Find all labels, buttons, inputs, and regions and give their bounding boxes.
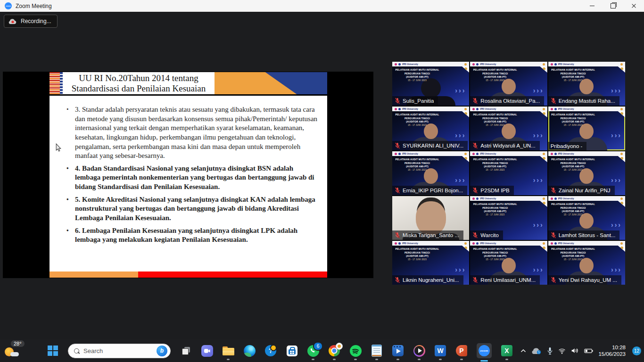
close-button[interactable] <box>623 0 644 12</box>
banner-line4: 15 - 17 JUNI 2023 <box>550 79 596 82</box>
bing-icon: b <box>156 345 168 357</box>
logo-dot-icon <box>620 153 623 155</box>
tile-banner-ribbon <box>609 111 625 117</box>
participant-nameplate: Reni Umilasari_UNM... <box>470 275 540 285</box>
participant-tile[interactable]: IPB University PELATIHAN AUDIT MUTU INTE… <box>470 151 547 195</box>
participant-tile[interactable]: IPB University PELATIHAN AUDIT MUTU INTE… <box>470 107 547 150</box>
tile-banner-ribbon <box>609 246 625 252</box>
banner-line2: PERGURUAN TINGGI <box>550 206 596 210</box>
banner-line1: PELATIHAN AUDIT MUTU INTERNAL <box>472 68 518 72</box>
excel-button[interactable]: X <box>501 345 513 357</box>
whatsapp-button[interactable]: 6 <box>307 345 319 357</box>
taskbar-center-icons: Search b ? 6 W P zoom X <box>47 339 513 362</box>
banner-line1: PELATIHAN AUDIT MUTU INTERNAL <box>394 68 440 72</box>
chrome-icon <box>329 345 340 356</box>
logo-dot-icon <box>551 197 553 200</box>
muted-mic-icon <box>472 187 478 194</box>
volume-button[interactable] <box>571 347 579 354</box>
notification-count-badge[interactable]: 12 <box>632 346 641 355</box>
logo-dot-icon <box>551 108 553 110</box>
participant-nameplate: Liknin Nugraheni_Uni... <box>392 275 463 285</box>
onedrive-button[interactable] <box>531 347 542 354</box>
participant-tile[interactable]: IPB University PELATIHAN AUDIT MUTU INTE… <box>392 241 469 285</box>
participant-tile[interactable]: IPB University PELATIHAN AUDIT MUTU INTE… <box>392 151 469 195</box>
participant-tile[interactable]: IPB University PELATIHAN AUDIT MUTU INTE… <box>470 196 547 240</box>
start-button[interactable] <box>47 345 59 357</box>
logo-dot-icon <box>476 197 479 200</box>
whatsapp-badge: 6 <box>313 342 323 351</box>
file-explorer-button[interactable] <box>222 345 234 357</box>
banner-line3: (AUDITOR AMI-PT) <box>472 210 518 214</box>
restore-button[interactable] <box>603 0 623 12</box>
media-player-button[interactable] <box>413 345 425 357</box>
movies-tv-button[interactable] <box>392 345 404 357</box>
zoom-taskbar-button[interactable]: zoom <box>477 343 492 358</box>
tile-banner-text: PELATIHAN AUDIT MUTU INTERNAL PERGURUAN … <box>550 113 596 127</box>
banner-line4: 15 - 17 JUNI 2023 <box>394 79 440 82</box>
participant-nameplate: Sulis_Panitia <box>392 96 438 106</box>
spotify-button[interactable] <box>349 345 362 357</box>
muted-mic-icon <box>472 232 478 239</box>
powerpoint-button[interactable]: P <box>455 345 468 357</box>
edge-button[interactable] <box>243 345 256 357</box>
participant-nameplate: Zainal Nur Arifin_PNJ <box>548 186 615 195</box>
participant-tile[interactable]: IPB University PELATIHAN AUDIT MUTU INTE… <box>548 196 625 240</box>
participant-tile[interactable]: IPB University PELATIHAN AUDIT MUTU INTE… <box>548 107 625 150</box>
recording-indicator[interactable]: Recording... <box>4 15 58 28</box>
tray-overflow-button[interactable] <box>520 349 526 353</box>
teams-chat-button[interactable] <box>201 345 213 357</box>
banner-line1: PELATIHAN AUDIT MUTU INTERNAL <box>550 247 596 251</box>
wifi-button[interactable] <box>558 347 566 354</box>
logo-dot-icon <box>398 242 401 245</box>
weather-widget[interactable]: 28° <box>3 340 31 361</box>
tile-banner-header: IPB University <box>470 151 547 156</box>
participant-tile[interactable]: IPB University PELATIHAN AUDIT MUTU INTE… <box>470 62 547 106</box>
banner-line3: (AUDITOR AMI-PT) <box>394 75 440 79</box>
participant-tile[interactable]: IPB University PELATIHAN AUDIT MUTU INTE… <box>392 196 469 240</box>
slide-bullet: 3. Standar adalah persyaratan teknis ata… <box>64 105 320 161</box>
zoom-meeting-window: zoom Zoom Meeting Recording... UU RI No.… <box>0 0 644 362</box>
banner-line2: PERGURUAN TINGGI <box>394 72 440 76</box>
participant-tile[interactable]: IPB University PELATIHAN AUDIT MUTU INTE… <box>392 62 469 106</box>
task-view-button[interactable] <box>180 345 192 357</box>
muted-mic-icon <box>551 232 556 239</box>
tile-banner-text: PELATIHAN AUDIT MUTU INTERNAL PERGURUAN … <box>550 158 596 172</box>
word-button[interactable]: W <box>434 345 446 357</box>
muted-mic-icon <box>551 277 556 283</box>
banner-line4: 15 - 17 JUNI 2023 <box>472 214 518 217</box>
chrome-button[interactable] <box>328 345 340 357</box>
taskbar-clock[interactable]: 10:28 15/06/2023 <box>598 344 626 357</box>
ipb-university-label: IPB University <box>558 63 574 66</box>
notepad-button[interactable] <box>371 345 383 357</box>
tile-banner-text: PELATIHAN AUDIT MUTU INTERNAL PERGURUAN … <box>472 203 518 216</box>
get-help-button[interactable]: ? <box>264 345 277 357</box>
banner-line4: 15 - 17 JUNI 2023 <box>472 124 518 127</box>
microphone-status-button[interactable] <box>547 347 553 355</box>
participant-tile[interactable]: IPB University PELATIHAN AUDIT MUTU INTE… <box>392 107 469 150</box>
clock-date: 15/06/2023 <box>598 351 626 357</box>
chevrons-decoration: ››› <box>455 87 466 94</box>
slide-header: UU RI No.20Tahun 2014 tentang Standardis… <box>50 72 327 96</box>
slide-bullet-list: 3. Standar adalah persyaratan teknis ata… <box>64 105 320 248</box>
participant-tile[interactable]: IPB University PELATIHAN AUDIT MUTU INTE… <box>548 151 625 195</box>
participant-nameplate: SYURKARNI ALI_UNIV... <box>392 141 468 150</box>
participant-nameplate: Astri Widyaruli A_UN... <box>470 141 539 150</box>
participant-tile[interactable]: IPB University PELATIHAN AUDIT MUTU INTE… <box>548 62 625 106</box>
search-input[interactable]: Search b <box>68 344 171 358</box>
microsoft-store-button[interactable] <box>286 345 298 357</box>
slide-bullet: 6. Lembaga Penilaian Kesesuaian yang sel… <box>64 226 320 245</box>
banner-line3: (AUDITOR AMI-PT) <box>394 255 440 258</box>
battery-button[interactable] <box>584 348 593 354</box>
banner-line1: PELATIHAN AUDIT MUTU INTERNAL <box>472 203 518 206</box>
chevrons-decoration: ››› <box>533 132 544 139</box>
banner-line3: (AUDITOR AMI-PT) <box>472 255 518 258</box>
minimize-button[interactable] <box>582 0 603 12</box>
muted-mic-icon <box>395 98 400 104</box>
participant-tile[interactable]: IPB University PELATIHAN AUDIT MUTU INTE… <box>548 241 625 285</box>
ipb-university-label: IPB University <box>480 107 496 110</box>
tile-banner-ribbon <box>531 201 547 207</box>
store-icon <box>287 346 297 356</box>
tile-banner-text: PELATIHAN AUDIT MUTU INTERNAL PERGURUAN … <box>472 247 518 261</box>
tile-banner-ribbon <box>453 156 469 162</box>
participant-tile[interactable]: IPB University PELATIHAN AUDIT MUTU INTE… <box>470 241 547 285</box>
